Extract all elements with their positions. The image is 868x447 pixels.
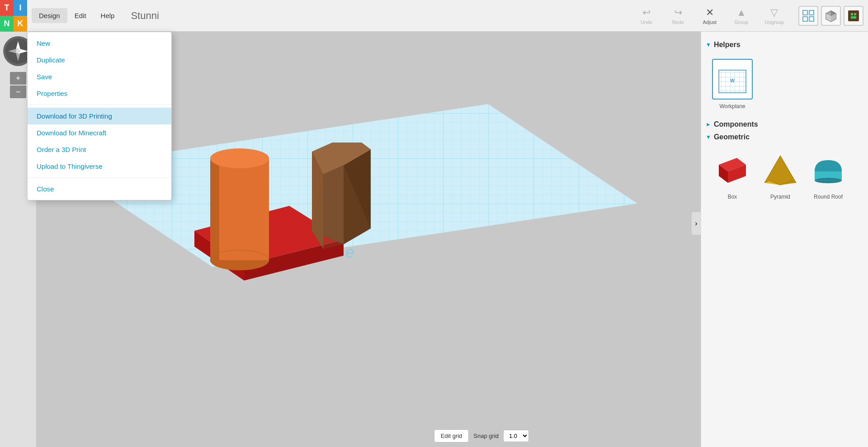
toolbar-right: ↩ Undo ↪ Redo ✕ Adjust ▲ Group ▽ Ungroup — [633, 5, 798, 27]
shape-item-pyramid[interactable]: Pyramid — [760, 151, 801, 200]
helpers-title: Helpers — [714, 41, 741, 49]
logo-k: K — [14, 16, 27, 32]
menu-option-download3d[interactable]: Download for 3D Printing — [28, 108, 171, 124]
workplane-item[interactable]: W Workplane — [712, 59, 753, 109]
3d-view-icon[interactable] — [821, 6, 841, 26]
menu-group-2: Download for 3D Printing Download for Mi… — [28, 105, 171, 178]
workplane-label: Workplane — [719, 103, 745, 109]
right-panel: ▼ Helpers W Workplane ► Components — [701, 32, 868, 447]
svg-rect-29 — [210, 158, 219, 260]
shape-item-round-roof[interactable]: Round Roof — [808, 151, 849, 200]
svg-rect-9 — [848, 10, 859, 21]
menu-group-1: New Duplicate Save Properties — [28, 32, 171, 105]
svg-rect-0 — [803, 10, 807, 15]
pyramid-label: Pyramid — [770, 194, 790, 200]
bottom-controls: Edit grid Snap grid 1.0 0.5 2.0 — [434, 429, 529, 442]
grid-view-icon[interactable] — [798, 6, 818, 26]
shape-item-box[interactable]: Box — [712, 151, 753, 200]
adjust-button[interactable]: ✕ Adjust — [696, 5, 723, 27]
ungroup-icon: ▽ — [770, 7, 778, 19]
redo-icon: ↪ — [674, 7, 682, 19]
svg-rect-12 — [851, 16, 856, 19]
menu-option-properties[interactable]: Properties — [28, 85, 171, 102]
shapes-grid: Box Pyramid Round Roof — [706, 145, 863, 206]
geometric-section-header[interactable]: ▼ Geometric — [706, 133, 863, 141]
undo-icon: ↩ — [642, 7, 651, 19]
snap-grid-select[interactable]: 1.0 0.5 2.0 — [503, 430, 529, 442]
svg-rect-3 — [809, 17, 814, 21]
geometric-title: Geometric — [714, 133, 750, 141]
menu-option-save[interactable]: Save — [28, 68, 171, 85]
zoom-controls: + − — [9, 71, 27, 99]
svg-rect-11 — [854, 13, 856, 15]
menu-design[interactable]: Design — [32, 8, 67, 23]
svg-text:W: W — [730, 78, 735, 83]
svg-rect-10 — [851, 13, 853, 15]
snap-grid-label: Snap grid — [473, 433, 499, 439]
round-roof-label: Round Roof — [814, 194, 843, 200]
svg-point-18 — [16, 49, 20, 53]
svg-point-30 — [210, 148, 269, 168]
panel-collapse-button[interactable]: › — [692, 212, 701, 235]
menu-group-3: Close — [28, 178, 171, 200]
menu-option-duplicate[interactable]: Duplicate — [28, 52, 171, 68]
helpers-arrow-icon: ▼ — [706, 42, 711, 48]
design-menu: New Duplicate Save Properties Download f… — [27, 32, 172, 200]
menu-option-order[interactable]: Order a 3D Print — [28, 141, 171, 158]
helpers-grid: W Workplane — [706, 52, 863, 116]
undo-label: Undo — [641, 19, 652, 25]
svg-text:▲: ▲ — [16, 43, 20, 48]
group-button[interactable]: ▲ Group — [728, 5, 755, 27]
geometric-arrow-icon: ▼ — [706, 134, 711, 140]
menu-option-new[interactable]: New — [28, 35, 171, 52]
group-label: Group — [735, 19, 749, 25]
ungroup-button[interactable]: ▽ Ungroup — [760, 5, 789, 27]
zoom-out-button[interactable]: − — [10, 86, 26, 98]
redo-button[interactable]: ↪ Redo — [665, 5, 692, 27]
view-icons — [798, 6, 868, 26]
zoom-in-button[interactable]: + — [10, 72, 26, 85]
components-section-header[interactable]: ► Components — [706, 120, 863, 128]
menu-help[interactable]: Help — [94, 8, 122, 23]
svg-rect-2 — [803, 17, 807, 21]
workplane-card: W — [712, 59, 753, 100]
group-icon: ▲ — [736, 7, 746, 19]
redo-label: Redo — [672, 19, 684, 25]
minecraft-view-icon[interactable] — [844, 6, 863, 26]
project-title: Stunni — [126, 10, 632, 22]
components-title: Components — [714, 120, 758, 128]
svg-rect-1 — [809, 10, 814, 15]
helpers-section-header[interactable]: ▼ Helpers — [706, 41, 863, 49]
menu-option-close[interactable]: Close — [28, 181, 171, 197]
menu-option-downloadmc[interactable]: Download for Minecraft — [28, 124, 171, 141]
toolbar: T I N K E R C A D Design Edit Help Stunn… — [0, 0, 868, 32]
chevron-right-icon: › — [695, 219, 697, 228]
logo-t: T — [0, 0, 14, 16]
menu-option-upload[interactable]: Upload to Thingiverse — [28, 158, 171, 175]
menubar: Design Edit Help — [27, 0, 126, 32]
edit-grid-button[interactable]: Edit grid — [434, 429, 469, 442]
ungroup-label: Ungroup — [765, 19, 784, 25]
undo-button[interactable]: ↩ Undo — [633, 5, 660, 27]
menu-edit[interactable]: Edit — [67, 8, 94, 23]
adjust-icon: ✕ — [706, 7, 714, 19]
logo: T I N K E R C A D — [0, 0, 27, 32]
logo-i: I — [14, 0, 27, 16]
components-arrow-icon: ► — [706, 121, 711, 128]
logo-n: N — [0, 16, 14, 32]
box-label: Box — [728, 194, 737, 200]
adjust-label: Adjust — [703, 19, 717, 25]
